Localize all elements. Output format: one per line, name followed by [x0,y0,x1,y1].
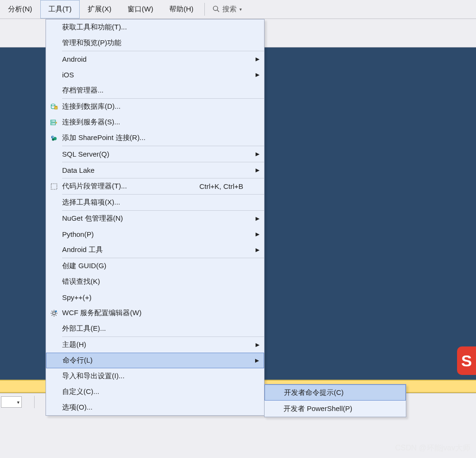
tools-dropdown-menu: 获取工具和功能(T)...管理和预览(P)功能Android▶iOS▶存档管理器… [46,19,265,416]
submenu-item[interactable]: 开发者命令提示(C) [265,384,406,401]
menu-item-label: 错误查找(K) [62,277,253,286]
commandline-submenu: 开发者命令提示(C)开发者 PowerShell(P) [264,384,406,417]
menu-item-label: Python(P) [62,230,253,238]
menubar-divider [204,3,205,16]
menu-window[interactable]: 窗口(W) [119,0,161,19]
menu-item[interactable]: 管理和预览(P)功能 [46,35,264,51]
submenu-arrow-icon: ▶ [253,56,259,62]
menu-item-label: 连接到服务器(S)... [62,118,253,127]
menu-item-label: 创建 GUID(G) [62,262,253,271]
menu-item[interactable]: 创建 GUID(G) [46,258,264,274]
menu-item[interactable]: Python(P)▶ [46,226,264,242]
submenu-arrow-icon: ▶ [253,215,259,222]
submenu-arrow-icon: ▶ [253,342,259,348]
menu-item-label: 命令行(L) [63,356,252,365]
menu-item-label: 选择工具箱项(X)... [62,198,253,207]
chevron-down-icon: ▾ [239,7,242,12]
svg-point-0 [213,6,218,10]
menu-item-label: Android [62,55,253,63]
menu-item-label: iOS [62,71,253,79]
submenu-arrow-icon: ▶ [252,357,259,364]
menu-item[interactable]: S添加 SharePoint 连接(R)... [46,130,264,146]
svg-rect-3 [55,107,57,109]
menu-item[interactable]: 连接到数据库(D)... [46,99,264,114]
menu-item[interactable]: iOS▶ [46,67,264,83]
svg-point-7 [52,121,53,122]
snippet-icon [46,183,62,190]
svg-rect-4 [55,106,57,107]
menu-analyze[interactable]: 分析(N) [0,0,40,19]
bottom-divider [34,396,35,408]
menu-item[interactable]: 获取工具和功能(T)... [46,19,264,35]
menu-item[interactable]: 选择工具箱项(X)... [46,195,264,210]
menu-item[interactable]: Data Lake▶ [46,162,264,178]
submenu-item-label: 开发者 PowerShell(P) [284,404,401,413]
svg-point-23 [55,310,57,312]
menubar: 分析(N) 工具(T) 扩展(X) 窗口(W) 帮助(H) 搜索 ▾ [0,0,476,19]
submenu-arrow-icon: ▶ [253,247,259,253]
menu-item-label: Spy++(+) [62,293,253,301]
menu-item-label: 连接到数据库(D)... [62,102,253,111]
menu-item[interactable]: 存档管理器... [46,83,264,98]
side-badge[interactable]: S [457,346,476,375]
menu-item[interactable]: 主题(H)▶ [46,337,264,353]
submenu-arrow-icon: ▶ [253,167,259,173]
svg-line-20 [56,315,57,316]
sharepoint-icon: S [46,134,62,142]
menu-item-label: WCF 服务配置编辑器(W) [62,308,253,318]
menu-item-label: SQL Server(Q) [62,150,253,158]
menu-item-label: Data Lake [62,166,253,174]
menu-item[interactable]: 代码片段管理器(T)...Ctrl+K, Ctrl+B [46,178,264,194]
search-label: 搜索 [222,5,237,14]
menu-item[interactable]: 命令行(L)▶ [46,353,264,368]
menu-item[interactable]: 错误查找(K) [46,274,264,290]
menu-item-label: 选项(O)... [62,403,253,412]
server-icon [46,119,62,126]
menu-help[interactable]: 帮助(H) [161,0,201,19]
menu-item-label: 存档管理器... [62,86,253,95]
menu-item-label: NuGet 包管理器(N) [62,214,253,223]
menu-item-label: 自定义(C)... [62,387,253,396]
menu-item[interactable]: 导入和导出设置(I)... [46,368,264,384]
menu-item[interactable]: 选项(O)... [46,400,264,415]
menu-item[interactable]: 外部工具(E)... [46,321,264,336]
menu-item-label: 代码片段管理器(T)... [62,182,199,191]
search-box[interactable]: 搜索 ▾ [208,0,247,19]
svg-point-11 [52,138,55,140]
menu-item[interactable]: 连接到服务器(S)... [46,114,264,130]
submenu-arrow-icon: ▶ [253,231,259,237]
svg-text:S: S [52,136,54,139]
search-icon [212,5,220,14]
menu-item[interactable]: 自定义(C)... [46,384,264,400]
menu-item[interactable]: WCF 服务配置编辑器(W) [46,305,264,321]
svg-point-14 [53,312,55,315]
menu-item-label: 获取工具和功能(T)... [62,23,253,32]
svg-line-1 [217,10,219,12]
svg-line-19 [52,311,53,312]
menu-shortcut: Ctrl+K, Ctrl+B [199,182,243,190]
menu-tools[interactable]: 工具(T) [40,0,80,19]
gear-icon [46,309,62,317]
submenu-item[interactable]: 开发者 PowerShell(P) [265,401,406,417]
svg-rect-6 [51,123,55,125]
menu-item[interactable]: SQL Server(Q)▶ [46,146,264,162]
svg-rect-13 [51,184,57,189]
menu-item-label: 外部工具(E)... [62,324,253,333]
submenu-arrow-icon: ▶ [253,151,259,157]
menu-item[interactable]: Android 工具▶ [46,242,264,258]
svg-point-2 [51,104,55,106]
svg-point-8 [52,123,53,124]
menu-item-label: 导入和导出设置(I)... [62,372,253,381]
menu-item[interactable]: NuGet 包管理器(N)▶ [46,211,264,226]
menu-item-label: Android 工具 [62,245,253,254]
submenu-arrow-icon: ▶ [253,72,259,78]
svg-rect-5 [51,120,55,122]
svg-line-21 [52,315,53,316]
menu-item[interactable]: Android▶ [46,51,264,67]
database-icon [46,103,62,111]
bottom-dropdown[interactable] [1,396,22,408]
menu-extensions[interactable]: 扩展(X) [80,0,119,19]
submenu-item-label: 开发者命令提示(C) [284,388,401,397]
menu-item[interactable]: Spy++(+) [46,290,264,305]
menu-item-label: 添加 SharePoint 连接(R)... [62,133,253,142]
